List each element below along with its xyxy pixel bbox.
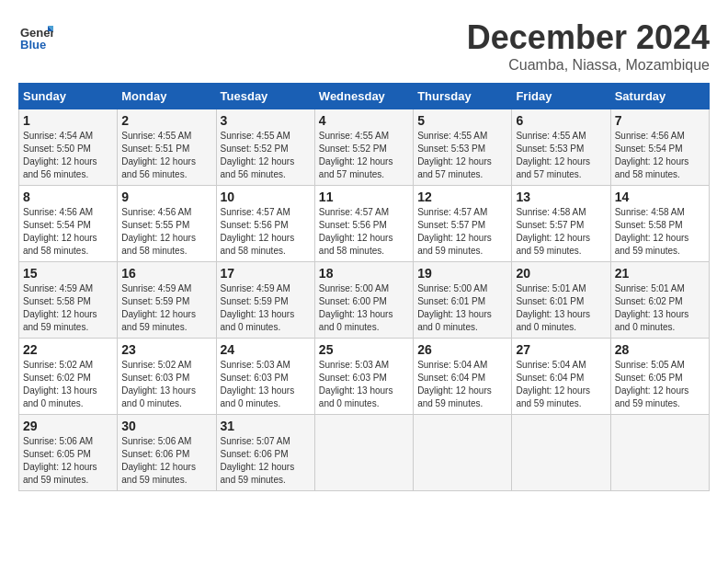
day-info: Sunrise: 5:04 AM Sunset: 6:04 PM Dayligh… [417, 359, 507, 410]
table-row: 18 Sunrise: 5:00 AM Sunset: 6:00 PM Dayl… [314, 262, 413, 339]
day-number: 3 [221, 113, 311, 128]
col-friday: Friday [512, 84, 610, 109]
table-row: 25 Sunrise: 5:03 AM Sunset: 6:03 PM Dayl… [314, 339, 413, 415]
day-number: 22 [23, 342, 113, 357]
col-monday: Monday [118, 84, 216, 109]
day-number: 2 [121, 113, 211, 128]
table-row: 6 Sunrise: 4:55 AM Sunset: 5:53 PM Dayli… [512, 109, 610, 186]
day-number: 24 [221, 342, 311, 357]
table-row: 14 Sunrise: 4:58 AM Sunset: 5:58 PM Dayl… [610, 186, 709, 262]
table-row: 2 Sunrise: 4:55 AM Sunset: 5:51 PM Dayli… [118, 109, 216, 186]
day-number: 14 [615, 190, 705, 204]
table-row: 27 Sunrise: 5:04 AM Sunset: 6:04 PM Dayl… [512, 339, 610, 415]
day-number: 23 [121, 342, 211, 357]
day-number: 11 [319, 190, 409, 204]
day-number: 31 [221, 419, 311, 433]
day-info: Sunrise: 4:57 AM Sunset: 5:56 PM Dayligh… [221, 206, 311, 258]
table-row [314, 415, 413, 491]
table-row: 3 Sunrise: 4:55 AM Sunset: 5:52 PM Dayli… [216, 109, 314, 186]
day-number: 30 [121, 419, 211, 433]
table-row: 19 Sunrise: 5:00 AM Sunset: 6:01 PM Dayl… [414, 262, 512, 339]
day-info: Sunrise: 4:57 AM Sunset: 5:57 PM Dayligh… [417, 206, 507, 258]
day-info: Sunrise: 5:01 AM Sunset: 6:01 PM Dayligh… [516, 282, 606, 334]
table-row: 10 Sunrise: 4:57 AM Sunset: 5:56 PM Dayl… [216, 186, 314, 262]
day-number: 9 [121, 190, 211, 204]
logo-icon: General Blue [18, 18, 53, 53]
day-number: 19 [417, 266, 507, 281]
day-number: 29 [23, 419, 113, 433]
day-info: Sunrise: 5:02 AM Sunset: 6:03 PM Dayligh… [121, 359, 211, 410]
day-number: 12 [417, 190, 507, 204]
table-row: 23 Sunrise: 5:02 AM Sunset: 6:03 PM Dayl… [118, 339, 216, 415]
day-info: Sunrise: 5:00 AM Sunset: 6:01 PM Dayligh… [417, 282, 507, 334]
day-info: Sunrise: 5:00 AM Sunset: 6:00 PM Dayligh… [319, 282, 409, 334]
day-number: 7 [615, 113, 705, 128]
day-info: Sunrise: 4:59 AM Sunset: 5:59 PM Dayligh… [221, 282, 311, 334]
day-info: Sunrise: 4:59 AM Sunset: 5:59 PM Dayligh… [121, 282, 211, 334]
table-row: 29 Sunrise: 5:06 AM Sunset: 6:05 PM Dayl… [19, 415, 118, 491]
logo: General Blue [18, 18, 53, 53]
day-number: 21 [615, 266, 705, 281]
day-info: Sunrise: 5:05 AM Sunset: 6:05 PM Dayligh… [615, 359, 705, 410]
header: General Blue December 2024 Cuamba, Niass… [18, 18, 710, 74]
day-info: Sunrise: 4:55 AM Sunset: 5:53 PM Dayligh… [417, 130, 507, 181]
day-number: 16 [121, 266, 211, 281]
day-info: Sunrise: 4:55 AM Sunset: 5:52 PM Dayligh… [319, 130, 409, 181]
location-subtitle: Cuamba, Niassa, Mozambique [467, 57, 710, 74]
day-info: Sunrise: 4:56 AM Sunset: 5:55 PM Dayligh… [121, 206, 211, 258]
table-row: 13 Sunrise: 4:58 AM Sunset: 5:57 PM Dayl… [512, 186, 610, 262]
calendar-row: 22 Sunrise: 5:02 AM Sunset: 6:02 PM Dayl… [19, 339, 710, 415]
day-number: 5 [417, 113, 507, 128]
day-info: Sunrise: 4:58 AM Sunset: 5:57 PM Dayligh… [516, 206, 606, 258]
day-number: 18 [319, 266, 409, 281]
day-info: Sunrise: 4:54 AM Sunset: 5:50 PM Dayligh… [23, 130, 113, 181]
day-number: 13 [516, 190, 606, 204]
table-row: 21 Sunrise: 5:01 AM Sunset: 6:02 PM Dayl… [610, 262, 709, 339]
table-row: 31 Sunrise: 5:07 AM Sunset: 6:06 PM Dayl… [216, 415, 314, 491]
table-row [414, 415, 512, 491]
day-info: Sunrise: 4:55 AM Sunset: 5:52 PM Dayligh… [221, 130, 311, 181]
title-area: December 2024 Cuamba, Niassa, Mozambique [467, 18, 710, 74]
calendar-row: 29 Sunrise: 5:06 AM Sunset: 6:05 PM Dayl… [19, 415, 710, 491]
col-wednesday: Wednesday [314, 84, 413, 109]
month-title: December 2024 [467, 18, 710, 57]
table-row: 28 Sunrise: 5:05 AM Sunset: 6:05 PM Dayl… [610, 339, 709, 415]
day-info: Sunrise: 5:06 AM Sunset: 6:06 PM Dayligh… [121, 435, 211, 487]
day-info: Sunrise: 5:03 AM Sunset: 6:03 PM Dayligh… [319, 359, 409, 410]
table-row: 16 Sunrise: 4:59 AM Sunset: 5:59 PM Dayl… [118, 262, 216, 339]
day-number: 28 [615, 342, 705, 357]
calendar-row: 1 Sunrise: 4:54 AM Sunset: 5:50 PM Dayli… [19, 109, 710, 186]
table-row: 9 Sunrise: 4:56 AM Sunset: 5:55 PM Dayli… [118, 186, 216, 262]
calendar-row: 8 Sunrise: 4:56 AM Sunset: 5:54 PM Dayli… [19, 186, 710, 262]
day-number: 8 [23, 190, 113, 204]
day-number: 10 [221, 190, 311, 204]
svg-text:Blue: Blue [20, 38, 46, 52]
day-info: Sunrise: 4:55 AM Sunset: 5:51 PM Dayligh… [121, 130, 211, 181]
day-number: 4 [319, 113, 409, 128]
day-number: 15 [23, 266, 113, 281]
day-info: Sunrise: 5:07 AM Sunset: 6:06 PM Dayligh… [221, 435, 311, 487]
table-row [610, 415, 709, 491]
day-info: Sunrise: 4:55 AM Sunset: 5:53 PM Dayligh… [516, 130, 606, 181]
day-number: 20 [516, 266, 606, 281]
header-row: Sunday Monday Tuesday Wednesday Thursday… [19, 84, 710, 109]
table-row: 12 Sunrise: 4:57 AM Sunset: 5:57 PM Dayl… [414, 186, 512, 262]
calendar-table: Sunday Monday Tuesday Wednesday Thursday… [18, 83, 710, 491]
table-row: 4 Sunrise: 4:55 AM Sunset: 5:52 PM Dayli… [314, 109, 413, 186]
table-row: 15 Sunrise: 4:59 AM Sunset: 5:58 PM Dayl… [19, 262, 118, 339]
day-info: Sunrise: 5:04 AM Sunset: 6:04 PM Dayligh… [516, 359, 606, 410]
day-info: Sunrise: 4:59 AM Sunset: 5:58 PM Dayligh… [23, 282, 113, 334]
day-info: Sunrise: 4:58 AM Sunset: 5:58 PM Dayligh… [615, 206, 705, 258]
table-row: 5 Sunrise: 4:55 AM Sunset: 5:53 PM Dayli… [414, 109, 512, 186]
table-row: 7 Sunrise: 4:56 AM Sunset: 5:54 PM Dayli… [610, 109, 709, 186]
day-number: 17 [221, 266, 311, 281]
day-info: Sunrise: 5:06 AM Sunset: 6:05 PM Dayligh… [23, 435, 113, 487]
table-row: 20 Sunrise: 5:01 AM Sunset: 6:01 PM Dayl… [512, 262, 610, 339]
day-number: 26 [417, 342, 507, 357]
table-row: 30 Sunrise: 5:06 AM Sunset: 6:06 PM Dayl… [118, 415, 216, 491]
day-number: 27 [516, 342, 606, 357]
table-row: 17 Sunrise: 4:59 AM Sunset: 5:59 PM Dayl… [216, 262, 314, 339]
col-saturday: Saturday [610, 84, 709, 109]
day-info: Sunrise: 4:56 AM Sunset: 5:54 PM Dayligh… [23, 206, 113, 258]
day-number: 25 [319, 342, 409, 357]
